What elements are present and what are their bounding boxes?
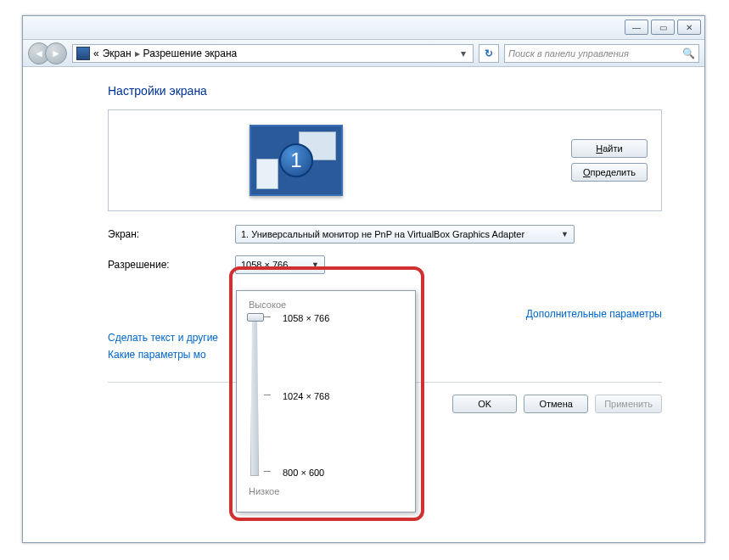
resolution-dropdown[interactable]: 1058 × 766 ▼ [235,255,325,274]
close-button[interactable]: ✕ [677,20,701,35]
chevron-down-icon: ▼ [561,230,569,238]
resolution-option[interactable]: 800 × 600 [283,468,324,478]
control-panel-icon [76,47,90,60]
screen-row: Экран: 1. Универсальный монитор не PnP н… [108,225,662,244]
slider-thumb[interactable] [247,313,264,322]
monitor-params-link[interactable]: Какие параметры мо [108,349,206,361]
breadcrumb-prefix: « [93,48,99,59]
breadcrumb-item-1[interactable]: Экран [103,48,132,59]
breadcrumb-sep-icon: ▸ [135,48,140,59]
resolution-high-label: Высокое [249,300,403,310]
screen-dropdown[interactable]: 1. Универсальный монитор не PnP на Virtu… [235,225,575,244]
text-size-link[interactable]: Сделать текст и другие [108,332,218,344]
resolution-low-label: Низкое [249,486,403,496]
forward-button[interactable]: ► [45,42,67,64]
resolution-option[interactable]: 1058 × 766 [283,313,329,323]
find-button[interactable]: Найти [571,139,648,158]
resolution-option[interactable]: 1024 × 768 [283,391,329,401]
titlebar: — ▭ ✕ [23,16,704,40]
minimize-button[interactable]: — [625,20,648,35]
resolution-popup: Высокое 1058 × 766 1024 × 768 800 × 600 … [236,290,416,512]
screen-value: 1. Универсальный монитор не PnP на Virtu… [241,229,524,239]
slider-tick [264,471,271,472]
resolution-slider[interactable]: 1058 × 766 1024 × 768 800 × 600 [249,313,403,483]
cancel-button[interactable]: Отмена [524,395,588,413]
slider-tick [264,316,271,317]
monitor-panel: 1 Найти Определить [108,109,662,211]
breadcrumb-dropdown-icon[interactable]: ▾ [457,48,469,59]
advanced-settings-link[interactable]: Дополнительные параметры [526,308,662,320]
apply-button[interactable]: Применить [595,395,662,413]
navbar: ◄ ► « Экран ▸ Разрешение экрана ▾ ↻ Поис… [23,40,704,67]
search-placeholder: Поиск в панели управления [508,48,682,59]
slider-tick [264,395,271,395]
detect-button[interactable]: Определить [571,163,648,182]
nav-buttons: ◄ ► [28,42,67,64]
maximize-button[interactable]: ▭ [651,20,675,35]
monitor-thumb: 1 [250,125,343,196]
search-icon: 🔍 [682,48,695,59]
resolution-label: Разрешение: [108,259,235,271]
screen-label: Экран: [108,228,235,240]
slider-track [250,316,259,476]
resolution-row: Разрешение: 1058 × 766 ▼ [108,255,662,274]
ok-button[interactable]: OK [452,395,517,413]
panel-buttons: Найти Определить [571,139,648,182]
page-title: Настройки экрана [108,84,662,98]
monitor-preview[interactable]: 1 [250,125,343,196]
resolution-value: 1058 × 766 [241,260,288,270]
breadcrumb-item-2[interactable]: Разрешение экрана [143,48,238,59]
breadcrumb[interactable]: « Экран ▸ Разрешение экрана ▾ [72,44,474,63]
refresh-icon: ↻ [485,48,493,59]
window-controls: — ▭ ✕ [625,20,701,35]
refresh-button[interactable]: ↻ [479,44,499,63]
monitor-number: 1 [279,143,313,177]
search-input[interactable]: Поиск в панели управления 🔍 [504,44,699,63]
chevron-down-icon: ▼ [311,260,319,269]
